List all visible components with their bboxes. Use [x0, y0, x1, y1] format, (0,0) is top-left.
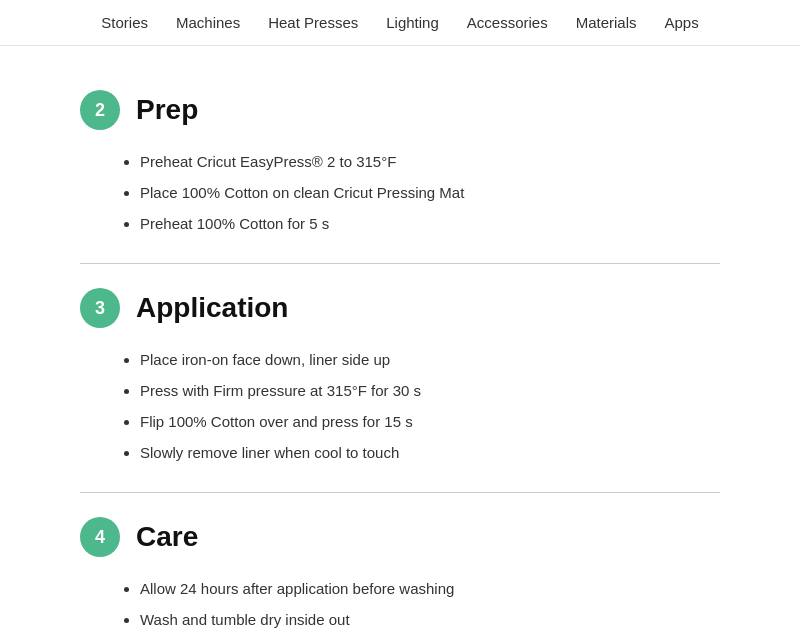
section-header-2: 2Prep	[80, 90, 720, 130]
section-title-2: Prep	[136, 94, 198, 126]
step-badge-4: 4	[80, 517, 120, 557]
section-2: 2PrepPreheat Cricut EasyPress® 2 to 315°…	[80, 66, 720, 263]
section-4: 4CareAllow 24 hours after application be…	[80, 492, 720, 643]
list-item-3-1: Press with Firm pressure at 315°F for 30…	[140, 375, 720, 406]
nav-item-accessories[interactable]: Accessories	[467, 14, 548, 31]
list-item-2-1: Place 100% Cotton on clean Cricut Pressi…	[140, 177, 720, 208]
list-item-4-1: Wash and tumble dry inside out	[140, 604, 720, 635]
list-item-2-2: Preheat 100% Cotton for 5 s	[140, 208, 720, 239]
nav-item-apps[interactable]: Apps	[665, 14, 699, 31]
nav-item-lighting[interactable]: Lighting	[386, 14, 439, 31]
nav-item-materials[interactable]: Materials	[576, 14, 637, 31]
section-list-2: Preheat Cricut EasyPress® 2 to 315°FPlac…	[80, 146, 720, 239]
main-content: 2PrepPreheat Cricut EasyPress® 2 to 315°…	[40, 46, 760, 643]
nav-item-machines[interactable]: Machines	[176, 14, 240, 31]
section-title-4: Care	[136, 521, 198, 553]
section-3: 3ApplicationPlace iron-on face down, lin…	[80, 263, 720, 492]
list-item-3-0: Place iron-on face down, liner side up	[140, 344, 720, 375]
section-header-4: 4Care	[80, 517, 720, 557]
list-item-3-3: Slowly remove liner when cool to touch	[140, 437, 720, 468]
nav-item-heat-presses[interactable]: Heat Presses	[268, 14, 358, 31]
list-item-4-2: Do not bleach	[140, 635, 720, 643]
section-header-3: 3Application	[80, 288, 720, 328]
section-list-4: Allow 24 hours after application before …	[80, 573, 720, 643]
step-badge-3: 3	[80, 288, 120, 328]
list-item-2-0: Preheat Cricut EasyPress® 2 to 315°F	[140, 146, 720, 177]
main-nav: StoriesMachinesHeat PressesLightingAcces…	[0, 0, 800, 46]
section-title-3: Application	[136, 292, 288, 324]
section-list-3: Place iron-on face down, liner side upPr…	[80, 344, 720, 468]
step-badge-2: 2	[80, 90, 120, 130]
list-item-3-2: Flip 100% Cotton over and press for 15 s	[140, 406, 720, 437]
list-item-4-0: Allow 24 hours after application before …	[140, 573, 720, 604]
nav-item-stories[interactable]: Stories	[101, 14, 148, 31]
